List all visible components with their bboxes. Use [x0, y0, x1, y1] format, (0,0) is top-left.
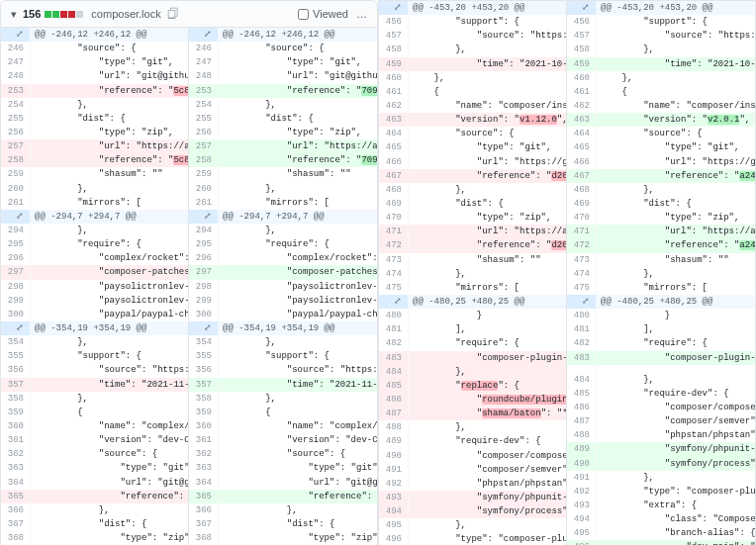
expand-icon[interactable]: ⤢	[16, 212, 24, 222]
diff-line[interactable]: 482 "require": {	[567, 336, 755, 350]
diff-line[interactable]: 458 },	[379, 43, 566, 56]
diff-line[interactable]: 300 "paypal/paypal-checkout-sdk": "1.0.2…	[189, 308, 377, 321]
diff-line[interactable]: 466 "url": "https://github.com/composer/…	[567, 155, 755, 169]
diff-line[interactable]: 462 "name": "composer/installers",	[379, 99, 566, 113]
diff-line[interactable]: 246 "source": {	[189, 42, 377, 55]
expand-icon[interactable]: ⤢	[204, 212, 212, 222]
viewed-checkbox[interactable]: Viewed	[298, 8, 348, 20]
diff-line[interactable]: 465 "type": "git",	[379, 140, 566, 154]
diff-line[interactable]: 460 },	[379, 71, 566, 85]
diff-line[interactable]: 363 "type": "git",	[189, 461, 377, 475]
diff-line[interactable]: 482 "require": {	[379, 336, 566, 350]
diff-line[interactable]: 495 },	[379, 518, 566, 532]
hunk-header[interactable]: ⤢@@ -246,12 +246,12 @@	[1, 28, 188, 42]
expand-icon[interactable]: ⤢	[204, 30, 212, 40]
diff-line[interactable]: 354 },	[189, 335, 377, 349]
diff-line[interactable]: 481 ],	[379, 322, 566, 336]
expand-icon[interactable]: ⤢	[582, 297, 590, 307]
hunk-header[interactable]: ⤢@@ -453,20 +453,20 @@	[567, 1, 755, 15]
expand-icon[interactable]: ⤢	[204, 323, 212, 333]
diff-line[interactable]: 492 "phpstan/phpstan": "^0.12.55",	[379, 477, 566, 491]
diff-line[interactable]: 493 "symfony/phpunit-bridge": "^4.2 || ^…	[379, 491, 566, 504]
diff-line[interactable]: 364 "url": "git@github.com:complex-gmbh/…	[189, 476, 377, 490]
diff-line[interactable]: 471 "url": "https://api.github.com/repos…	[567, 225, 755, 238]
diff-line[interactable]: 259 "shasum": ""	[1, 167, 188, 181]
diff-line[interactable]: 366 },	[189, 503, 377, 517]
diff-line[interactable]: 246 "source": {	[1, 42, 188, 55]
diff-line[interactable]: 492 "type": "composer-plugin",	[567, 485, 755, 499]
diff-line[interactable]: 356 "source": "https://github.com/comple…	[1, 363, 188, 377]
diff-line[interactable]: 485 "require-dev": {	[567, 387, 755, 401]
diff-line[interactable]: 457 "source": "https://github.com/comple…	[379, 29, 566, 43]
expand-icon[interactable]: ⤢	[394, 3, 402, 13]
diff-line[interactable]: 475 "mirrors": [	[379, 281, 566, 295]
expand-icon[interactable]: ⤢	[16, 323, 24, 333]
diff-line[interactable]: 474 },	[567, 267, 755, 281]
diff-line[interactable]: 487 "composer/semver": "^1 || ^3",	[567, 414, 755, 428]
diff-line[interactable]: 462 "name": "composer/installers",	[567, 99, 755, 113]
diff-line[interactable]: 472 "reference": "d20a64ed3c94748397ff59…	[379, 238, 566, 252]
diff-line[interactable]: 257 "url": "https://api.github.com/repos…	[1, 139, 188, 153]
diff-line[interactable]: 297 "composer-patches": "1.6.7",	[1, 265, 188, 279]
diff-line[interactable]: 297 "composer-patches": "1.7.0",	[189, 265, 377, 279]
diff-line[interactable]: 470 "type": "zip",	[567, 211, 755, 225]
diff-line[interactable]: 456 "support": {	[379, 15, 566, 29]
hunk-header[interactable]: ⤢@@ -246,12 +246,12 @@	[189, 28, 377, 42]
diff-line[interactable]: 496 "type": "composer-plugin",	[379, 532, 566, 545]
diff-line[interactable]: 294 },	[189, 224, 377, 237]
diff-line[interactable]: 355 "support": {	[189, 349, 377, 363]
diff-line[interactable]: 365 "reference": "d45b2c1f0a3e9b7c6d5e4f…	[1, 490, 188, 503]
diff-line[interactable]: 473 "shasum": ""	[379, 253, 566, 267]
diff-line[interactable]: 247 "type": "git",	[189, 55, 377, 69]
diff-line[interactable]: 496 "dev-main": "2.x-dev"	[567, 540, 755, 545]
hunk-header[interactable]: ⤢@@ -354,19 +354,19 @@	[1, 321, 188, 335]
viewed-checkbox-input[interactable]	[298, 9, 309, 20]
diff-line[interactable]: 461 {	[379, 85, 566, 99]
diff-line[interactable]: 298 "paysolictronlev-patches": "1.2",	[189, 280, 377, 294]
diff-line[interactable]: 354 },	[1, 335, 188, 349]
diff-line[interactable]: 295 "require": {	[1, 237, 188, 251]
diff-line[interactable]: 489 "require-dev": {	[379, 434, 566, 448]
hunk-header[interactable]: ⤢@@ -480,25 +480,25 @@	[567, 295, 755, 309]
diff-line[interactable]: 365 "reference": "e56c3d2f1b4e0c8d7e6f5a…	[189, 490, 377, 503]
file-name[interactable]: composer.lock	[91, 8, 160, 20]
expand-icon[interactable]: ⤢	[394, 297, 402, 307]
diff-line[interactable]: 465 "type": "git",	[567, 140, 755, 154]
diff-line[interactable]: 359 {	[189, 406, 377, 419]
diff-line[interactable]: 469 "dist": {	[379, 197, 566, 211]
diff-line[interactable]: 294 },	[1, 224, 188, 237]
diff-line[interactable]: 256 "type": "zip",	[1, 126, 188, 139]
diff-line[interactable]: 472 "reference": "a241e78aaec3da6de5a84f…	[567, 238, 755, 252]
diff-line[interactable]: 261 "mirrors": [	[189, 196, 377, 210]
diff-line[interactable]: 488 },	[379, 420, 566, 434]
diff-line[interactable]: 494 "symfony/process": "^2.3"	[379, 504, 566, 518]
diff-line[interactable]: 296 "complex/rocket": "dev-CLA0_20200421…	[189, 251, 377, 265]
hunk-header[interactable]: ⤢@@ -480,25 +480,25 @@	[379, 295, 566, 309]
diff-line[interactable]: 363 "type": "git",	[1, 461, 188, 475]
diff-line[interactable]: 368 "type": "zip",	[189, 531, 377, 545]
kebab-menu-icon[interactable]: …	[356, 8, 367, 20]
diff-line[interactable]: 483 "composer-plugin-api": "^1.0 || ^2.0…	[379, 351, 566, 365]
diff-line[interactable]: 485 "replace": {	[379, 379, 566, 393]
diff-line[interactable]: 466 "url": "https://github.com/composer/…	[379, 155, 566, 169]
diff-line[interactable]: 480 }	[379, 309, 566, 322]
diff-line[interactable]: 483 "composer-plugin-api": "^1.0 || ^2.0…	[567, 351, 755, 365]
diff-line[interactable]: 494 "class": "Composer\\Installers\\Plug…	[567, 512, 755, 526]
diff-line[interactable]: 461 {	[567, 85, 755, 99]
diff-line[interactable]: 364 "url": "git@github.com:complex-gmbh/…	[1, 476, 188, 490]
diff-line[interactable]: 475 "mirrors": [	[567, 281, 755, 295]
diff-line[interactable]: 356 "source": "https://github.com/comple…	[189, 363, 377, 377]
diff-line[interactable]: 456 "support": {	[567, 15, 755, 29]
diff-line[interactable]: 459 "time": "2021-10-20T13:10:35+00:00"	[567, 57, 755, 71]
diff-line[interactable]: 481 ],	[567, 322, 755, 336]
diff-line[interactable]: 261 "mirrors": [	[1, 196, 188, 210]
chevron-down-icon[interactable]: ▾	[11, 8, 17, 21]
diff-line[interactable]: 247 "type": "git",	[1, 55, 188, 69]
hunk-header[interactable]: ⤢@@ -354,19 +354,19 @@	[189, 321, 377, 335]
diff-line[interactable]: 469 "dist": {	[567, 197, 755, 211]
diff-line[interactable]: 360 "name": "complex/rocket",	[1, 419, 188, 433]
diff-line[interactable]: 495 "branch-alias": {	[567, 526, 755, 540]
diff-line[interactable]: 295 "require": {	[189, 237, 377, 251]
diff-line[interactable]: 486 "roundcube/plugin-installer": "*",	[379, 393, 566, 407]
diff-line[interactable]: 361 "version": "dev-CLA0_20200421_17S",	[1, 433, 188, 447]
